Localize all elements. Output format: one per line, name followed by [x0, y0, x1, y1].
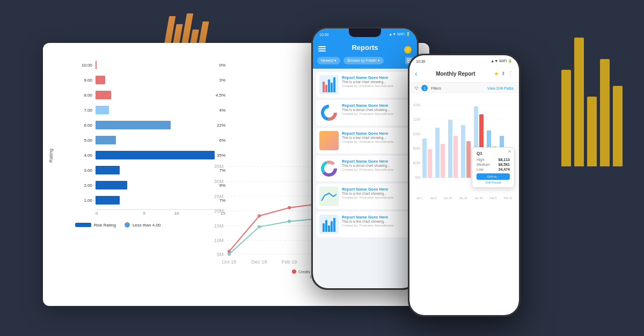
tooltip-close-button[interactable]: ✕ — [508, 149, 511, 154]
svg-point-20 — [228, 253, 231, 256]
svg-text:Oct 18: Oct 18 — [222, 259, 236, 265]
phone1-title: Reports — [352, 43, 378, 52]
bar-row: 2.00 9% — [75, 179, 225, 191]
svg-rect-59 — [461, 125, 465, 178]
notification-badge: ⭐ — [404, 46, 412, 54]
svg-rect-58 — [453, 136, 458, 178]
phone2-title: Monthly Report — [436, 71, 475, 77]
tooltip-medium-value: $8,581 — [499, 163, 510, 166]
list-item[interactable]: Report Name Goes Here This is a donut ch… — [316, 100, 414, 126]
phone1-header: Reports ⭐ — [313, 40, 417, 57]
decorative-bars-right — [561, 32, 623, 166]
drill-preset-link[interactable]: Drill Preset — [477, 181, 510, 184]
svg-rect-53 — [422, 138, 427, 178]
report-thumbnail — [319, 75, 339, 94]
report-thumbnail — [319, 159, 339, 178]
phone1-notch — [349, 28, 381, 37]
bar-row: 3.00 7% — [75, 164, 225, 176]
bar-row: 1.00 7% — [75, 194, 225, 206]
report-thumbnail — [319, 131, 339, 150]
filter-label: Filters — [431, 86, 441, 90]
chart-legend: Risk Rating Less than 4.00 — [75, 222, 225, 228]
svg-point-40 — [325, 165, 333, 172]
bar-row: 7.00 4% — [75, 104, 225, 116]
tooltip-high-value: $8,113 — [499, 158, 510, 162]
report-info: Report Name Goes Here This is a line cha… — [342, 215, 411, 227]
newest-filter[interactable]: Newest ▾ — [317, 57, 340, 64]
filter-icon: ▽ — [415, 86, 418, 91]
svg-text:10M: 10M — [214, 238, 224, 243]
phone2-action-icons: ★ ⬆ ⋮ — [494, 70, 514, 77]
svg-rect-56 — [441, 144, 445, 178]
tooltip-low-value: 34,474 — [499, 167, 510, 171]
bar-row: 9.00 3% — [75, 74, 225, 86]
report-info: Report Name Goes Here This is a donut ch… — [342, 103, 411, 115]
report-thumbnail — [319, 103, 339, 122]
svg-text:Dec 18: Dec 18 — [251, 259, 267, 265]
drill-to-button[interactable]: Drill to... — [477, 173, 510, 180]
chart-tooltip: ✕ Q1 High $8,113 Medium $8,581 Low 34,47… — [472, 147, 515, 188]
svg-text:35M: 35M — [214, 164, 224, 169]
svg-point-15 — [258, 214, 261, 217]
list-item[interactable]: Report Name Goes Here This is a line cha… — [316, 211, 414, 237]
svg-rect-57 — [448, 120, 452, 178]
list-item[interactable]: Report Name Goes Here This is a bar char… — [316, 72, 414, 98]
share-icon[interactable]: ⬆ — [501, 71, 506, 76]
svg-point-36 — [325, 109, 333, 116]
more-icon[interactable]: ⋮ — [508, 70, 514, 77]
phone1-screen: 10:30 ▲▼ WiFi 🔋 Reports ⭐ Newest ▾ Brows… — [313, 28, 417, 288]
hamburger-icon[interactable] — [318, 46, 326, 52]
bar-row: 4.00 35% — [75, 149, 225, 161]
phone2-status-bar: 10:30 ▲▼ WiFi 🔋 — [409, 55, 519, 67]
phone1-reports-list: 10:30 ▲▼ WiFi 🔋 Reports ⭐ Newest ▾ Brows… — [311, 27, 419, 290]
filter-count-badge: 1 — [421, 85, 428, 91]
list-item[interactable]: Report Name Goes Here This is a donut ch… — [316, 156, 414, 181]
report-info: Report Name Goes Here This is a line cha… — [342, 187, 411, 199]
svg-point-16 — [288, 206, 291, 209]
svg-point-21 — [258, 225, 261, 229]
svg-text:30M: 30M — [214, 179, 224, 184]
svg-text:25M: 25M — [214, 194, 224, 199]
star-icon[interactable]: ★ — [494, 70, 499, 77]
tooltip-high-row: High $8,113 — [477, 158, 510, 162]
svg-rect-60 — [466, 141, 471, 178]
bar-row: 8.00 4.5% — [75, 89, 225, 101]
phone2-header: ‹ Monthly Report ★ ⬆ ⋮ — [409, 67, 519, 83]
report-info: Report Name Goes Here This is a donut ch… — [342, 159, 411, 171]
svg-text:20M: 20M — [214, 208, 224, 214]
list-item[interactable]: Report Name Goes Here This is a bar char… — [316, 128, 414, 154]
view-drill-paths[interactable]: View Drill Paths — [487, 86, 514, 90]
svg-text:15M: 15M — [214, 223, 224, 229]
svg-point-22 — [288, 220, 291, 223]
report-info: Report Name Goes Here This is a bar char… — [342, 131, 411, 143]
bar-chart: Rating 10.00 0% 9.00 3% 8.00 4.5% 7.00 — [54, 54, 225, 258]
svg-text:0M: 0M — [415, 176, 420, 179]
svg-text:141M: 141M — [413, 103, 420, 107]
svg-text:60M: 60M — [413, 161, 420, 165]
bar-row: 5.00 6% — [75, 134, 225, 146]
tooltip-medium-label: Medium — [477, 163, 490, 166]
report-info: Report Name Goes Here This is a bar char… — [342, 75, 411, 87]
back-button[interactable]: ‹ — [415, 69, 418, 78]
phone2-x-axis: Jan 1 Jan 8 Jan 15 Jan 22 Jan 29 Feb 5 F… — [409, 196, 519, 201]
bar-row: 10.00 0% — [75, 59, 225, 71]
list-item[interactable]: Report Name Goes Here This is a line cha… — [316, 184, 414, 209]
svg-text:122M: 122M — [413, 118, 420, 121]
report-thumbnail — [319, 187, 339, 206]
svg-rect-55 — [435, 128, 440, 178]
phone2-monthly-report: 10:30 ▲▼ WiFi 🔋 ‹ Monthly Report ★ ⬆ ⋮ ▽… — [408, 54, 521, 317]
report-thumbnail — [319, 215, 339, 234]
svg-rect-54 — [428, 149, 432, 178]
svg-text:103M: 103M — [413, 132, 420, 136]
phone1-toolbar: Newest ▾ Browse by Folder ▾ — [313, 57, 417, 69]
browse-folder-filter[interactable]: Browse by Folder ▾ — [343, 57, 383, 64]
filter-bar: ▽ 1 Filters View Drill Paths — [409, 83, 519, 93]
svg-text:88M: 88M — [413, 147, 420, 150]
svg-text:5M: 5M — [217, 252, 224, 257]
y-axis-label: Rating — [48, 149, 54, 163]
reports-list: Report Name Goes Here This is a bar char… — [313, 69, 417, 240]
phone2-chart-area: 141M 122M 103M 88M 60M 0M — [409, 93, 519, 196]
tooltip-low-label: Low — [477, 167, 484, 171]
svg-rect-31 — [407, 59, 411, 60]
phone2-screen: 10:30 ▲▼ WiFi 🔋 ‹ Monthly Report ★ ⬆ ⋮ ▽… — [409, 55, 519, 315]
